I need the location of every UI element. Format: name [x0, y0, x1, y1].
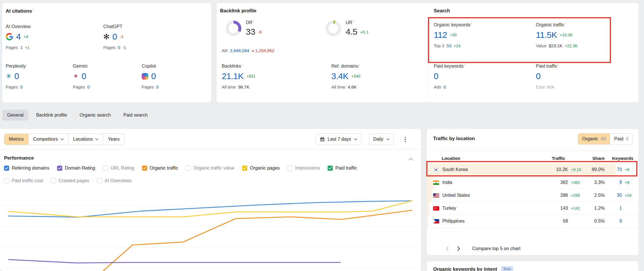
keywords-value[interactable]: 30	[605, 193, 622, 198]
checkbox-organic-traffic[interactable]: Organic traffic	[142, 166, 178, 171]
top3-value[interactable]: 53	[447, 43, 452, 48]
perplexity-icon: ✳	[6, 73, 11, 80]
organic-traffic-value[interactable]: 11.5K	[536, 31, 557, 39]
keywords-value[interactable]: 1	[605, 206, 622, 211]
granularity-button[interactable]: Daily	[369, 133, 394, 145]
backlinks-label: Backlinks	[222, 64, 241, 68]
ai-overview-label: AI Overview	[6, 24, 30, 29]
checkbox-impressions[interactable]: Impressions	[287, 166, 320, 171]
ads-value[interactable]: 0	[443, 85, 446, 89]
location-name[interactable]: South Korea	[442, 167, 547, 172]
backlinks-value[interactable]: 21.1K	[222, 72, 244, 80]
chart-line-organic-pages	[9, 201, 412, 217]
keywords-value[interactable]: 70	[605, 167, 622, 172]
flag-united-states-icon	[433, 193, 439, 198]
keywords-change: +24	[622, 193, 633, 198]
info-icon[interactable]: i	[242, 63, 243, 66]
checkbox-unchecked-icon	[97, 178, 102, 183]
checkbox-paid-traffic-cost[interactable]: Paid traffic cost	[4, 178, 43, 183]
checkbox-organic-traffic-value[interactable]: Organic traffic value	[186, 166, 234, 171]
table-row-united-states[interactable]: United States 286+285 2.5% 30+24	[427, 189, 639, 202]
checkbox-referring-domains[interactable]: Referring domains	[4, 166, 49, 171]
pages-value[interactable]: 0	[118, 45, 120, 50]
info-icon[interactable]: i	[33, 8, 34, 11]
column-share[interactable]: Share	[581, 156, 605, 161]
organic-keywords-value[interactable]: 112	[434, 31, 447, 39]
pages-change: +1	[25, 45, 30, 50]
table-row-india[interactable]: India 382+382 3.3% 9+8	[427, 176, 639, 189]
share-value: 1.2%	[581, 206, 605, 211]
info-icon[interactable]: i	[558, 63, 559, 66]
section-divider	[0, 149, 421, 149]
keywords-value[interactable]: 9	[605, 180, 622, 185]
organic-toggle-button[interactable]: Organic40	[578, 133, 610, 144]
seo-overview-dashboard: AI citationsi AI Overview 4 +4 Pages1+1 …	[0, 0, 644, 271]
pages-value[interactable]: 0	[87, 85, 90, 89]
location-table-body: South Korea 10.2K+9.1K 89.0% 70+6 India …	[427, 163, 639, 228]
checkbox-paid-traffic[interactable]: Paid traffic	[328, 166, 357, 171]
checkbox-unchecked-icon	[287, 166, 293, 171]
tab-paid-search[interactable]: Paid search	[118, 110, 153, 121]
pages-value[interactable]: 1	[20, 45, 23, 50]
checkbox-organic-pages[interactable]: Organic pages	[242, 166, 280, 171]
keywords-value[interactable]: 9	[605, 219, 622, 224]
tab-organic-search[interactable]: Organic search	[75, 110, 116, 121]
ar-label: AR	[222, 48, 228, 53]
pages-value[interactable]: 0	[20, 85, 23, 89]
info-icon[interactable]: i	[359, 63, 360, 66]
cost-label: Cost	[536, 85, 545, 89]
location-name[interactable]: India	[442, 180, 547, 185]
performance-chart[interactable]	[0, 189, 421, 271]
checkbox-url-rating[interactable]: URL Rating	[103, 166, 134, 171]
compare-top5-link[interactable]: Compare top 5 on chart	[472, 246, 520, 251]
chart-line-domain-rating	[9, 260, 340, 263]
share-bar	[427, 176, 434, 189]
tab-general[interactable]: General	[2, 110, 28, 121]
table-row-south-korea[interactable]: South Korea 10.2K+9.1K 89.0% 70+6	[427, 163, 639, 176]
locations-filter-button[interactable]: Locations	[68, 134, 103, 145]
pages-value[interactable]: 0	[156, 85, 159, 89]
paid-keywords-label: Paid keywords	[434, 64, 464, 68]
ref-domains-value[interactable]: 3.4K	[331, 72, 349, 80]
gemini-label: Gemini	[73, 64, 90, 69]
tab-backlink-profile[interactable]: Backlink profile	[31, 110, 72, 121]
location-name[interactable]: United States	[442, 193, 547, 198]
location-table-header: Location Traffic Share Keywords	[427, 154, 639, 163]
info-icon[interactable]: i	[353, 19, 354, 23]
column-location[interactable]: Location	[442, 156, 547, 161]
alltime-value: 4.6K	[348, 85, 357, 89]
more-options-kebab-icon[interactable]	[403, 135, 408, 144]
paid-keywords-value[interactable]: 0	[434, 72, 438, 80]
location-name[interactable]: Philippines	[442, 219, 547, 224]
years-filter-button[interactable]: Years	[103, 134, 124, 145]
paid-traffic-value[interactable]: 0	[536, 72, 540, 80]
chevron-down-icon	[386, 138, 390, 140]
previous-page-button[interactable]	[446, 246, 449, 251]
alltime-label: All time	[331, 85, 345, 89]
collapse-section-button[interactable]	[408, 156, 413, 162]
next-page-button[interactable]	[457, 246, 460, 251]
info-icon[interactable]: i	[464, 63, 465, 66]
checkbox-domain-rating[interactable]: Domain Rating	[57, 166, 95, 171]
competitors-filter-button[interactable]: Competitors	[28, 134, 68, 145]
column-traffic[interactable]: Traffic	[547, 156, 581, 161]
perplexity-label: Perplexity	[6, 64, 26, 69]
checkbox-crawled-pages[interactable]: Crawled pages	[51, 178, 89, 183]
info-icon[interactable]: i	[471, 22, 472, 25]
date-range-button[interactable]: Last 7 days	[316, 133, 361, 145]
checkbox-ai-overviews[interactable]: AI Overviews	[97, 178, 132, 183]
table-row-philippines[interactable]: Philippines 58 0.5% 9	[427, 215, 639, 228]
location-name[interactable]: Turkey	[442, 206, 547, 211]
organic-keywords-block: Organic keywordsi 112 +30 Top 353+14	[434, 22, 472, 48]
ar-value[interactable]: 2,848,084	[230, 48, 249, 53]
pages-label: Pages	[103, 45, 116, 50]
chevron-left-icon	[446, 246, 449, 251]
share-bar	[427, 215, 428, 227]
organic-traffic-label: Organic traffic	[536, 22, 564, 27]
metrics-filter-button[interactable]: Metrics	[4, 134, 28, 145]
info-icon[interactable]: i	[565, 22, 566, 25]
table-row-turkey[interactable]: Turkey 143+141 1.2% 1	[427, 202, 639, 215]
paid-toggle-button[interactable]: Paid0	[610, 133, 633, 144]
info-icon[interactable]: i	[253, 19, 254, 23]
column-keywords[interactable]: Keywords	[605, 156, 633, 161]
